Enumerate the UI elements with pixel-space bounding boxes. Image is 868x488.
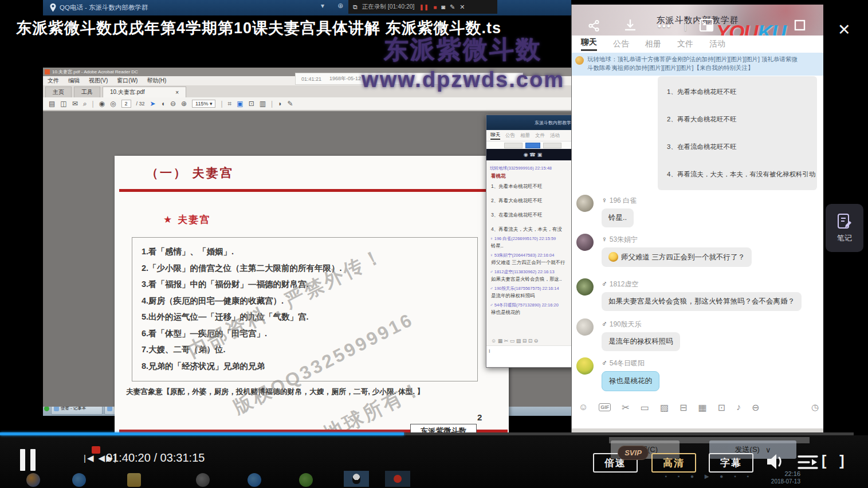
- small-chat-input[interactable]: I: [486, 345, 579, 367]
- archive-icon[interactable]: ⊡: [718, 402, 725, 413]
- download-icon[interactable]: [623, 18, 637, 35]
- sender-line[interactable]: ♂ 54冬日暖阳(757132890) 22:16:20: [490, 302, 575, 308]
- tab-announce[interactable]: 公告: [505, 132, 515, 139]
- maximize-icon[interactable]: [794, 19, 806, 34]
- selection-icon[interactable]: ⌗: [228, 100, 232, 108]
- record-pause-icon[interactable]: ❚❚: [419, 4, 429, 10]
- hand-tool-icon[interactable]: ◖: [161, 100, 165, 108]
- gift-icon[interactable]: ▦: [698, 402, 706, 413]
- tab-announce[interactable]: 公告: [613, 39, 629, 49]
- comment-icon[interactable]: ◗: [278, 100, 282, 108]
- filter-box[interactable]: [504, 143, 523, 148]
- zoom-level-box[interactable]: 115% ▾: [192, 100, 215, 108]
- app-icon[interactable]: [299, 473, 313, 487]
- filter-box[interactable]: [543, 143, 561, 148]
- menu-help[interactable]: 帮助(H): [147, 77, 166, 85]
- pause-button[interactable]: [20, 449, 36, 471]
- ie-icon[interactable]: [72, 473, 86, 487]
- tab-document[interactable]: 10.夫妻宫.pdf ×: [103, 86, 186, 97]
- history-clock-icon[interactable]: ◷: [811, 402, 819, 412]
- avatar[interactable]: [576, 278, 594, 296]
- fit-page-icon[interactable]: ⊡: [249, 100, 254, 108]
- page-number-box[interactable]: 2: [121, 100, 131, 108]
- folder-icon[interactable]: [127, 473, 141, 487]
- avatar[interactable]: [576, 357, 594, 375]
- find-icon[interactable]: ⌕: [83, 100, 87, 108]
- mail-icon[interactable]: ✉: [72, 100, 78, 108]
- small-chat-messages[interactable]: 玩转地球(3325999916) 22:15:48 看桃花 1、先看本命桃花旺不…: [486, 160, 576, 332]
- reading-mode-icon[interactable]: ▥: [260, 100, 266, 108]
- note-button[interactable]: 笔记: [826, 204, 863, 252]
- draw-icon[interactable]: ✎: [287, 100, 293, 108]
- pinned-announcement[interactable]: 玩转地球：顶礼恭请十方佛菩萨金刚护法的加持[图片][图片][图片] 顶礼恭请紫微…: [572, 53, 823, 76]
- system-tray-icons[interactable]: ▪ ▪ ● ▶ ● ▪ ▪: [665, 473, 753, 479]
- menu-window[interactable]: 窗口(W): [117, 77, 138, 85]
- avatar[interactable]: [576, 318, 594, 336]
- sender-line[interactable]: ♂ 190殷天乐(1875567575) 22:16:14: [490, 286, 575, 292]
- gif-icon[interactable]: GIF: [599, 403, 611, 411]
- fullscreen-icon[interactable]: [ ]: [822, 452, 849, 469]
- page-up-icon[interactable]: ◉: [99, 100, 105, 108]
- doc-tab-close-icon[interactable]: ×: [175, 89, 179, 96]
- pencil-icon[interactable]: ✎: [450, 3, 455, 11]
- browser-icon[interactable]: [26, 473, 40, 487]
- small-chat-titlebar[interactable]: 东派斗数内部教学群: [486, 115, 579, 130]
- message-text: 2、再看大命桃花旺不旺: [491, 198, 575, 204]
- camera-icon[interactable]: ◙: [441, 3, 445, 10]
- tab-activity[interactable]: 活动: [709, 39, 725, 49]
- gender-icon: ♀: [602, 196, 607, 204]
- share-icon[interactable]: [588, 19, 600, 35]
- tab-chat[interactable]: 聊天: [581, 37, 597, 51]
- tab-activity[interactable]: 活动: [550, 132, 560, 139]
- tab-chat[interactable]: 聊天: [490, 132, 500, 140]
- tab-tools[interactable]: 工具: [74, 86, 100, 97]
- tab-files[interactable]: 文件: [677, 39, 693, 49]
- avatar[interactable]: [576, 195, 594, 212]
- progress-bar[interactable]: [0, 432, 854, 435]
- subtitle-button[interactable]: 字幕: [709, 453, 753, 473]
- emoji-icon[interactable]: ☺: [579, 402, 588, 412]
- sender-line[interactable]: ♀ 196 白雀(2266995170) 22:15:59: [490, 236, 575, 242]
- select-tool-icon[interactable]: ➤: [150, 100, 156, 108]
- folder-icon[interactable]: ▭: [641, 402, 649, 413]
- record-app-icon[interactable]: [385, 471, 410, 487]
- snip-icon[interactable]: ⧉: [353, 3, 358, 11]
- playlist-icon[interactable]: [798, 455, 818, 472]
- tab-files[interactable]: 文件: [535, 132, 545, 139]
- sender-line[interactable]: 玩转地球(3325999916) 22:15:48: [490, 166, 575, 171]
- tab-album[interactable]: 相册: [520, 132, 530, 139]
- sender-line[interactable]: ♀ 53朱娟宁(206447583) 22:16:04: [490, 253, 575, 258]
- kmplayer-icon[interactable]: [196, 473, 210, 487]
- zoom-in-icon[interactable]: ⊕: [181, 100, 187, 108]
- menu-file[interactable]: 文件: [48, 77, 59, 85]
- volume-icon[interactable]: [765, 452, 785, 473]
- zoom-out-icon[interactable]: ⊖: [170, 100, 176, 108]
- page-down-icon[interactable]: ◎: [110, 100, 116, 108]
- close-icon[interactable]: ✕: [838, 21, 851, 39]
- menu-edit[interactable]: 编辑: [68, 77, 80, 85]
- call-control-bar[interactable]: ◉ ☎ ▣: [486, 149, 579, 160]
- tab-home[interactable]: 主页: [45, 86, 72, 97]
- bell-mute-icon[interactable]: ♪: [736, 402, 741, 412]
- print-icon[interactable]: ◫: [60, 100, 66, 108]
- close-recbar-icon[interactable]: ✕: [459, 3, 465, 11]
- quality-button[interactable]: 高清: [651, 453, 696, 473]
- save-icon[interactable]: ▤: [49, 100, 55, 108]
- more-icon[interactable]: •••: [658, 21, 671, 32]
- pip-icon[interactable]: [699, 18, 714, 35]
- sender-line[interactable]: ♂ 1812虚空(113830962) 22:16:13: [490, 269, 575, 275]
- ie-icon[interactable]: [248, 473, 261, 487]
- tab-album[interactable]: 相册: [645, 39, 661, 49]
- qq-taskbar-icon[interactable]: [344, 471, 369, 487]
- filter-button[interactable]: [525, 143, 540, 148]
- record-stop-icon[interactable]: ■: [433, 4, 437, 10]
- avatar[interactable]: [576, 234, 594, 251]
- minus-circle-icon[interactable]: ⊖: [752, 402, 759, 413]
- thumbnail-icon[interactable]: ▣: [237, 100, 243, 108]
- screenshot-icon[interactable]: ✂: [622, 402, 629, 413]
- image-icon[interactable]: ▨: [660, 402, 669, 413]
- small-chat-toolbar[interactable]: ☺ ▦ ✂ ▭ ▨ ⊟ ⊡ ⊖: [486, 336, 579, 345]
- menu-view[interactable]: 视图(V): [89, 77, 108, 85]
- player-stage: QQ电话 - 东派斗数内部教学群 ▾ ⊕ ⌕ ⧉ ⧉ 正在录制 [01:40:2…: [0, 0, 868, 488]
- calendar-icon[interactable]: ⊟: [680, 402, 687, 413]
